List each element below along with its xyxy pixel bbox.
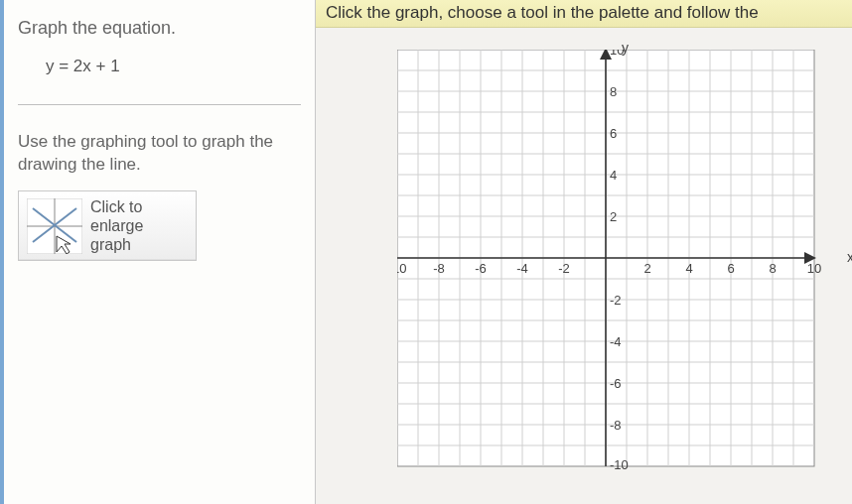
prompt-title: Graph the equation. [18, 18, 301, 39]
y-tick: -8 [610, 418, 622, 433]
enlarge-graph-button[interactable]: Click to enlarge graph [18, 190, 197, 262]
x-tick: -2 [558, 261, 570, 276]
y-tick: 2 [610, 209, 617, 224]
y-tick: -4 [610, 334, 622, 349]
x-tick: 2 [643, 261, 650, 276]
divider [18, 104, 301, 105]
x-tick: 6 [727, 261, 734, 276]
y-tick: -2 [610, 293, 622, 308]
x-tick: -6 [475, 261, 487, 276]
y-tick: -6 [610, 376, 622, 391]
equation-text: y = 2x + 1 [46, 57, 301, 76]
x-tick: 10 [807, 261, 821, 276]
x-tick: -8 [433, 261, 445, 276]
coordinate-graph[interactable]: y x -10 -8 -6 -4 -2 2 [397, 50, 834, 476]
y-tick: 4 [610, 168, 617, 183]
graph-area: Click the graph, choose a tool in the pa… [316, 0, 852, 504]
x-tick: 4 [685, 261, 692, 276]
x-axis-label: x [847, 249, 852, 265]
x-tick: -4 [516, 261, 528, 276]
problem-panel: Graph the equation. y = 2x + 1 Use the g… [0, 0, 316, 504]
hint-bar: Click the graph, choose a tool in the pa… [316, 0, 852, 28]
y-tick: 8 [610, 84, 617, 99]
x-tick: 8 [769, 261, 776, 276]
graph-thumbnail-icon [27, 198, 82, 254]
y-axis-label: y [622, 40, 629, 56]
graph-svg[interactable]: -10 -8 -6 -4 -2 2 4 6 8 10 10 8 6 4 2 -2… [397, 50, 834, 476]
y-tick: -10 [610, 457, 629, 472]
x-tick: -10 [397, 261, 406, 276]
y-tick: 6 [610, 126, 617, 141]
enlarge-graph-label: Click to enlarge graph [90, 197, 188, 255]
instruction-text: Use the graphing tool to graph the drawi… [18, 131, 301, 177]
